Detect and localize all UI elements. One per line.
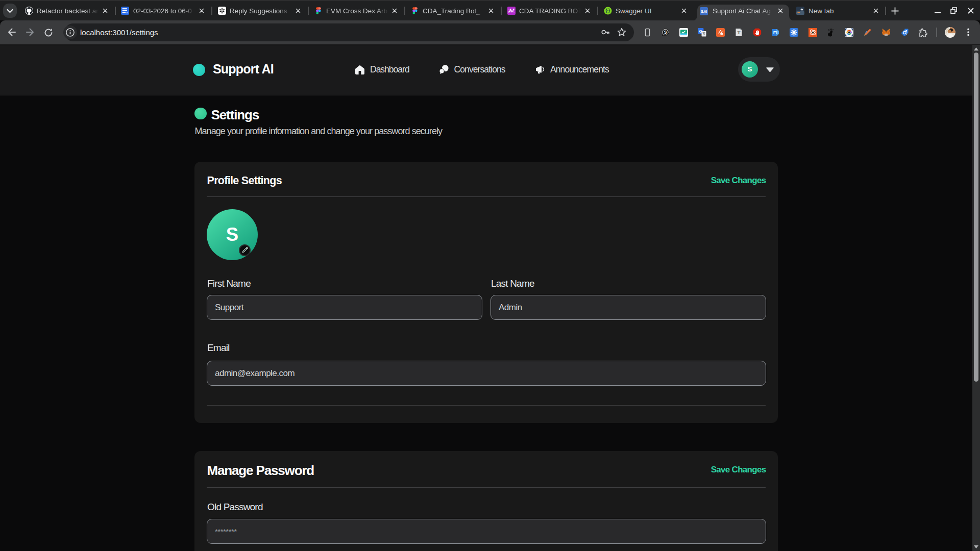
svg-text:S.AI: S.AI xyxy=(701,10,707,13)
svg-text:T: T xyxy=(737,30,740,35)
svg-text:FI: FI xyxy=(773,30,777,35)
svg-text:S: S xyxy=(664,30,667,35)
